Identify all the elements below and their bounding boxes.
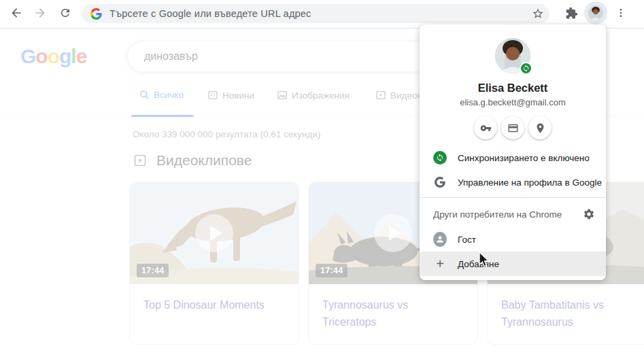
tab-label: Всичко: [154, 90, 184, 100]
sync-icon: [433, 151, 447, 165]
back-button[interactable]: [7, 3, 26, 22]
video-section-icon: [133, 154, 147, 167]
kebab-menu-icon: [615, 7, 626, 18]
address-bar[interactable]: Търсете с Google или въведете URL адрес: [82, 4, 549, 23]
logo-letter: l: [71, 45, 75, 67]
videos-icon: [375, 90, 386, 101]
videos-section-header: Видеоклипове: [133, 152, 252, 169]
active-tab-underline: [131, 115, 194, 117]
images-icon: [277, 90, 288, 101]
star-icon[interactable]: [532, 7, 544, 20]
other-users-label: Други потребители на Chrome: [433, 209, 583, 220]
logo-letter: g: [59, 45, 71, 67]
guest-label: Гост: [458, 235, 476, 245]
gear-icon[interactable]: [583, 208, 595, 220]
search-icon: [139, 90, 150, 100]
credit-card-icon: [507, 122, 519, 134]
back-icon: [10, 6, 23, 20]
video-thumbnail[interactable]: 17:44: [130, 182, 299, 284]
profile-menu-header: Elisa Beckett elisa.g.beckett@gmail.com: [420, 24, 606, 139]
google-g-icon: [90, 8, 102, 20]
profile-name: Elisa Beckett: [420, 82, 606, 94]
google-g-gray-icon: [435, 177, 445, 188]
tab-news[interactable]: Новини: [207, 90, 254, 101]
profile-shortcuts: [420, 116, 606, 139]
play-button[interactable]: [195, 214, 233, 252]
video-title-link[interactable]: Baby Tambatitanis vs Tyrannosaurus: [488, 284, 644, 330]
video-duration-badge: 17:44: [137, 264, 169, 277]
google-logo: Google: [20, 45, 86, 68]
tab-label: Изображения: [292, 90, 350, 101]
sync-badge-icon: [520, 62, 532, 75]
forward-icon: [33, 6, 47, 20]
guest-person-icon: [433, 232, 447, 247]
search-query-text: динозавър: [144, 50, 198, 63]
sync-status-item[interactable]: Синхронизирането е включено: [420, 145, 606, 170]
video-title-link[interactable]: Top 5 Dinosaur Moments: [130, 284, 299, 313]
profile-avatar-button[interactable]: [584, 1, 607, 24]
play-icon: [210, 226, 222, 241]
payments-button[interactable]: [501, 116, 524, 139]
browser-menu-button[interactable]: [611, 3, 630, 22]
extensions-puzzle-icon: [565, 7, 578, 20]
play-icon: [389, 226, 401, 241]
play-button[interactable]: [374, 214, 412, 252]
passwords-button[interactable]: [474, 116, 497, 139]
guest-item[interactable]: Гост: [420, 227, 606, 252]
browser-window: Google динозавър Всичко Новини Изображен…: [0, 0, 644, 361]
logo-letter: o: [48, 45, 59, 67]
profile-menu: Elisa Beckett elisa.g.beckett@gmail.com: [420, 24, 606, 280]
tab-images[interactable]: Изображения: [277, 90, 350, 101]
forward-button[interactable]: [31, 3, 50, 22]
address-placeholder: Търсете с Google или въведете URL адрес: [109, 8, 532, 19]
video-card[interactable]: 17:44 Top 5 Dinosaur Moments: [129, 182, 299, 345]
extensions-button[interactable]: [562, 3, 581, 22]
tab-label: Новини: [222, 90, 254, 101]
location-pin-icon: [535, 122, 546, 134]
logo-letter: G: [20, 45, 35, 67]
logo-letter: o: [35, 45, 47, 67]
videos-section-title: Видеоклипове: [156, 152, 252, 169]
key-icon: [480, 122, 492, 134]
add-person-item[interactable]: + Добавяне: [420, 252, 606, 276]
refresh-button[interactable]: [56, 3, 75, 22]
tab-all[interactable]: Всичко: [139, 90, 184, 100]
profile-email: elisa.g.beckett@gmail.com: [420, 97, 606, 107]
news-icon: [207, 90, 218, 101]
search-input[interactable]: динозавър: [127, 41, 435, 72]
mouse-cursor: [478, 252, 490, 271]
addresses-button[interactable]: [528, 116, 552, 139]
plus-icon: +: [436, 257, 444, 271]
manage-account-label: Управление на профила в Google: [458, 177, 602, 188]
logo-letter: e: [76, 45, 87, 67]
other-users-header: Други потребители на Chrome: [420, 201, 606, 227]
sync-status-label: Синхронизирането е включено: [458, 153, 590, 163]
video-duration-badge: 17:44: [316, 264, 348, 277]
refresh-icon: [59, 7, 71, 19]
results-stats: Около 339 000 000 резултата (0,61 секунд…: [133, 129, 320, 139]
manage-account-item[interactable]: Управление на профила в Google: [420, 170, 606, 194]
avatar: [588, 5, 603, 20]
video-title-link[interactable]: Tyrannosaurus vs Triceratops: [309, 284, 477, 330]
